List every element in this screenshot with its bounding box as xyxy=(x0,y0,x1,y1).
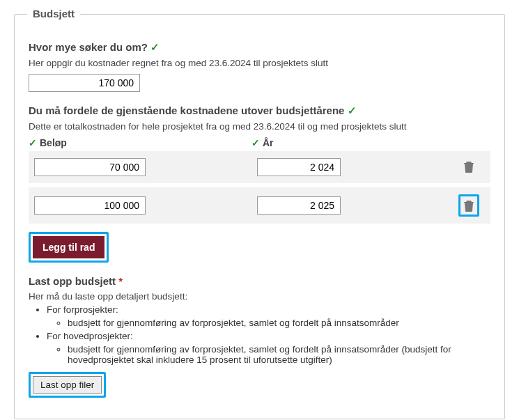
check-icon: ✓ xyxy=(29,137,37,148)
upload-highlight: Last opp filer xyxy=(29,372,106,398)
year-input[interactable] xyxy=(257,158,341,176)
distribute-title: Du må fordele de gjenstående kostnadene … xyxy=(29,104,490,117)
list-item: budsjett for gjennomføring av forprosjek… xyxy=(68,318,490,328)
upload-list: For forprosjekter: budsjett for gjennomf… xyxy=(47,304,490,365)
distribute-desc: Dette er totalkostnaden for hele prosjek… xyxy=(29,121,490,132)
delete-row-button[interactable] xyxy=(458,194,479,217)
list-item: budsjett for gjennomføring av forprosjek… xyxy=(68,344,490,365)
required-icon: * xyxy=(118,275,123,287)
table-row xyxy=(29,151,490,183)
check-icon: ✓ xyxy=(150,41,160,53)
fieldset-legend: Budsjett xyxy=(27,8,80,20)
list-item: For hovedprosjekter: budsjett for gjenno… xyxy=(47,331,490,365)
upload-title: Last opp budsjett * xyxy=(29,275,490,287)
amount-desc: Her oppgir du kostnader regnet fra og me… xyxy=(29,58,490,68)
upload-desc: Her må du laste opp detaljert budsjett: xyxy=(29,291,490,302)
add-row-button[interactable]: Legg til rad xyxy=(33,236,104,258)
amount-title: Hvor mye søker du om? ✓ xyxy=(29,41,490,54)
add-row-highlight: Legg til rad xyxy=(29,232,109,263)
check-icon: ✓ xyxy=(348,104,357,116)
trash-icon xyxy=(463,199,474,212)
check-icon: ✓ xyxy=(251,137,260,148)
col-amount-label: Beløp xyxy=(40,137,67,148)
table-header: ✓ Beløp ✓ År xyxy=(29,137,490,148)
upload-files-button[interactable]: Last opp filer xyxy=(33,376,102,394)
amount-input[interactable] xyxy=(34,196,146,215)
list-item: For forprosjekter: budsjett for gjennomf… xyxy=(47,304,490,328)
budget-fieldset: Budsjett Hvor mye søker du om? ✓ Her opp… xyxy=(14,14,505,419)
total-amount-input[interactable] xyxy=(29,74,140,92)
year-input[interactable] xyxy=(257,196,341,215)
table-row xyxy=(29,187,490,224)
col-year-label: År xyxy=(263,137,274,148)
trash-icon xyxy=(463,160,474,173)
amount-input[interactable] xyxy=(34,158,146,176)
delete-row-button[interactable] xyxy=(463,160,474,175)
